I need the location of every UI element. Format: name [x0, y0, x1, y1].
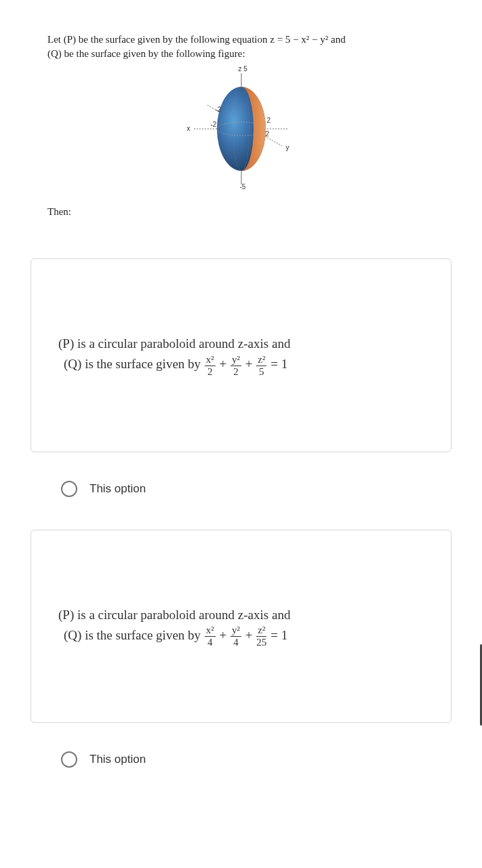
frac-z-1: z²5	[256, 355, 266, 377]
figure-area: z 5 -5 x y -2 2 -2 2	[47, 68, 435, 190]
axis-x-label: x	[187, 125, 190, 132]
option-content-2: (P) is a circular paraboloid around z-ax…	[31, 530, 451, 723]
frac-x-1: x²2	[205, 355, 216, 377]
then-label: Then:	[47, 206, 435, 218]
option-content-1: (P) is a circular paraboloid around z-ax…	[31, 259, 451, 452]
frac-z-2: z²25	[256, 625, 266, 648]
frac-y-2: y²4	[230, 625, 241, 648]
option2-line1: (P) is a circular paraboloid around z-ax…	[58, 605, 424, 625]
tick-neg2-y: -2	[216, 106, 222, 113]
tick-2-y: 2	[267, 117, 271, 124]
intro-line-1: Let (P) be the surface given by the foll…	[47, 34, 346, 45]
tick-neg2-x: -2	[211, 121, 217, 128]
option-card-2: (P) is a circular paraboloid around z-ax…	[31, 530, 451, 724]
question-intro: Let (P) be the surface given by the foll…	[47, 33, 435, 61]
ellipsoid-figure: z 5 -5 x y -2 2 -2 2	[180, 68, 302, 190]
frac-y-1: y²2	[230, 355, 241, 377]
option1-line2: (Q) is the surface given by x²2 + y²2 + …	[58, 354, 424, 376]
option-card-1: (P) is a circular paraboloid around z-ax…	[31, 258, 451, 452]
axis-z-bottom: -5	[240, 183, 246, 191]
option2-line2: (Q) is the surface given by x²4 + y²4 + …	[58, 625, 424, 648]
radio-icon[interactable]	[61, 751, 77, 768]
axis-z-top: z 5	[239, 65, 247, 73]
frac-x-2: x²4	[205, 625, 216, 648]
axis-y-label: y	[286, 144, 289, 151]
option1-select-label: This option	[89, 482, 146, 496]
ellipsoid-svg	[180, 68, 302, 190]
radio-icon[interactable]	[61, 481, 77, 497]
tick-2-x: 2	[266, 130, 270, 138]
option2-select-label: This option	[89, 753, 146, 766]
intro-line-2: (Q) be the surface given by the followin…	[47, 48, 245, 59]
option1-line1: (P) is a circular paraboloid around z-ax…	[58, 334, 424, 354]
option-select-2[interactable]: This option	[47, 739, 435, 780]
option-select-1[interactable]: This option	[47, 469, 435, 509]
